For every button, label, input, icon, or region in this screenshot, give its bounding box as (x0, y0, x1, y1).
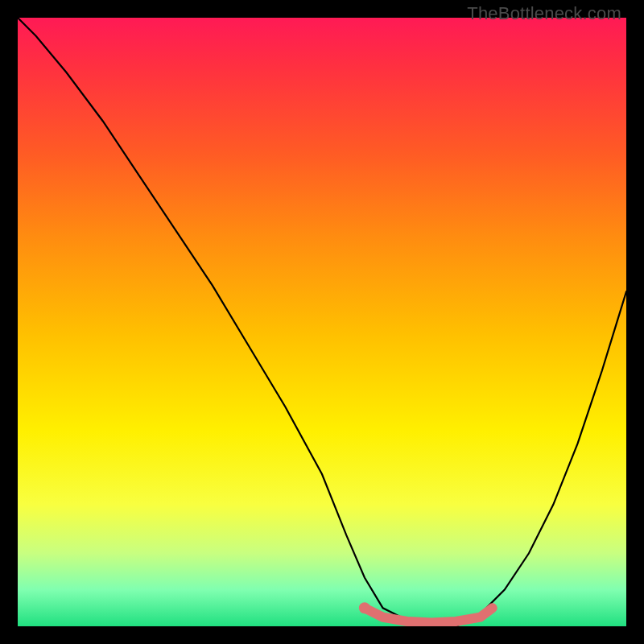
plot-area (18, 18, 626, 626)
sweet-spot-start-marker (359, 602, 370, 613)
sweet-spot-band (365, 608, 493, 622)
chart-svg (18, 18, 626, 626)
chart-container: TheBottleneck.com (0, 0, 644, 644)
bottleneck-curve (18, 18, 626, 626)
watermark: TheBottleneck.com (467, 3, 621, 24)
